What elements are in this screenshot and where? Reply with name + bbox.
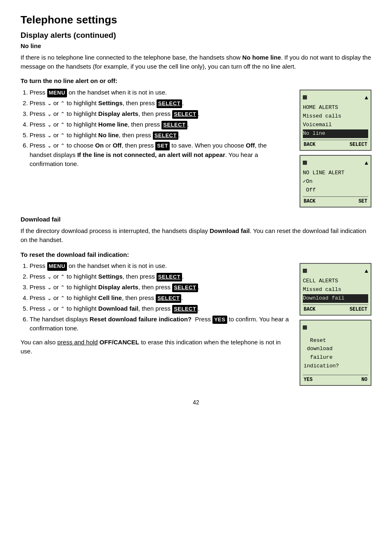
nav-down-5: ⌄ [47,142,52,150]
step-4: Press ⌄ or ⌃ to highlight Home line, the… [30,120,290,129]
no-line-screen1-body: HOME ALERTS Missed calls Voicemail No li… [303,104,368,138]
menu-tag-2: MENU [47,262,67,271]
or-1: or [53,99,59,106]
nav-up-6: ⌃ [60,273,65,281]
set-tag-1: SET [155,142,170,150]
softkey-back-1: BACK [304,141,316,148]
or-5: or [53,142,59,149]
download-fail-section: Download fail If the directory download … [21,215,371,386]
phone-icon-3: ▩ [303,266,307,276]
download-fail-intro: If the directory download process is int… [21,226,371,245]
scroll-arrow-1: ▲ [365,95,368,101]
no-line-screen1-softkeys: BACK SELECT [303,140,368,150]
download-fail-steps-list: Press MENU on the handset when it is not… [30,261,290,333]
softkey-no-1: NO [362,376,367,383]
or-4: or [53,131,59,138]
lcd-line-4-1: Reset [304,337,367,345]
lcd-line-4-4: indication? [304,362,367,371]
df-screen1-softkeys: BACK SELECT [303,304,368,315]
phone-icon-1: ▩ [303,93,307,102]
download-fail-instruction-heading: To reset the download fail indication: [21,250,371,259]
softkey-select-1: SELECT [350,141,367,148]
nav-down-2: ⌄ [47,111,52,118]
no-line-screen1: ▩ ▲ HOME ALERTS Missed calls Voicemail N… [300,90,371,151]
menu-tag-1: MENU [47,89,67,97]
df-screen2-body: Reset download failure indication? [303,334,368,373]
df-step-4: Press ⌄ or ⌃ to highlight Cell line, the… [30,293,290,303]
page-title: Telephone settings [21,12,371,28]
nav-down-9: ⌄ [47,305,52,313]
nav-up-7: ⌃ [60,284,65,292]
no-line-screen2: ▩ ▲ NO LINE ALERT ✓On Off BACK SET [300,155,371,208]
or-7: or [53,284,59,291]
or-3: or [53,121,59,128]
nav-down-8: ⌄ [47,295,52,302]
off-cancel-note: You can also press and hold OFF/CANCEL t… [21,338,290,356]
df-step-2: Press ⌄ or ⌃ to highlight Settings, then… [30,272,290,281]
df-step-3: Press ⌄ or ⌃ to highlight Display alerts… [30,283,290,292]
softkey-select-3: SELECT [350,306,367,313]
nav-down-1: ⌄ [47,100,52,108]
softkey-back-2: BACK [304,198,316,205]
lcd-line-1-3: Voicemail [303,121,368,129]
nav-up-1: ⌃ [60,100,65,108]
or-8: or [53,294,59,301]
lcd-line-4-2: download [304,345,367,353]
nav-down-6: ⌄ [47,273,52,281]
lcd-line-2-1: NO LINE ALERT [303,169,368,178]
no-line-content-block: Press MENU on the handset when it is not… [21,88,371,208]
step-5: Press ⌄ or ⌃ to highlight No line, then … [30,131,290,140]
softkey-back-3: BACK [304,306,316,313]
df-screen1-body: CELL ALERTS Missed calls Download fail [303,277,368,303]
step-3: Press ⌄ or ⌃ to highlight Display alerts… [30,109,290,119]
no-line-screen2-body: NO LINE ALERT ✓On Off [303,169,368,195]
step-6: Press ⌄ or ⌃ to choose On or Off, then p… [30,141,290,168]
softkey-yes-1: YES [304,376,313,383]
select-tag-1: SELECT [157,99,182,108]
nav-up-2: ⌃ [60,111,65,118]
lcd-line-2-3: Off [303,186,368,195]
nav-up-4: ⌃ [60,132,65,140]
softkey-set-1: SET [358,198,367,205]
no-line-screens: ▩ ▲ HOME ALERTS Missed calls Voicemail N… [300,88,371,208]
no-line-section: No line If there is no telephone line co… [21,42,371,208]
lcd-line-1-4: No line [303,129,368,138]
scroll-arrow-2: ▲ [365,160,368,166]
download-fail-steps-col: Press MENU on the handset when it is not… [21,261,290,355]
df-step-1: Press MENU on the handset when it is not… [30,261,290,271]
nav-up-3: ⌃ [60,121,65,129]
yes-tag-1: YES [212,316,227,324]
lcd-line-1-2: Missed calls [303,112,368,121]
no-line-steps-list: Press MENU on the handset when it is not… [30,88,290,168]
nav-down-4: ⌄ [47,132,52,140]
no-line-heading: No line [21,42,371,51]
df-screen1: ▩ ▲ CELL ALERTS Missed calls Download fa… [300,263,371,316]
phone-icon-4: ▩ [303,323,307,332]
lcd-line-3-3: Download fail [303,294,368,303]
scroll-arrow-3: ▲ [365,268,368,274]
df-screen2-softkeys: YES NO [303,375,368,385]
or-6: or [53,273,59,280]
or-2: or [53,110,59,117]
no-line-intro: If there is no telephone line connected … [21,53,371,71]
nav-up-9: ⌃ [60,305,65,313]
page-subtitle: Display alerts (continued) [21,30,371,41]
page-number: 42 [21,398,371,406]
lcd-line-3-2: Missed calls [303,286,368,294]
download-fail-heading: Download fail [21,215,371,224]
nav-up-8: ⌃ [60,295,65,302]
download-fail-screens: ▩ ▲ CELL ALERTS Missed calls Download fa… [300,261,371,386]
select-tag-3: SELECT [161,121,187,129]
select-tag-8: SELECT [172,305,198,314]
select-tag-6: SELECT [172,284,198,292]
select-tag-7: SELECT [156,294,181,303]
df-step-5: Press ⌄ or ⌃ to highlight Download fail,… [30,304,290,314]
step-1: Press MENU on the handset when it is not… [30,88,290,97]
download-fail-content-block: Press MENU on the handset when it is not… [21,261,371,386]
df-step-6: The handset displays Reset download fail… [30,315,290,333]
select-tag-4: SELECT [153,131,178,140]
lcd-line-2-2: ✓On [303,178,368,186]
no-line-steps-col: Press MENU on the handset when it is not… [21,88,290,172]
nav-up-5: ⌃ [60,142,65,150]
or-9: or [53,305,59,312]
